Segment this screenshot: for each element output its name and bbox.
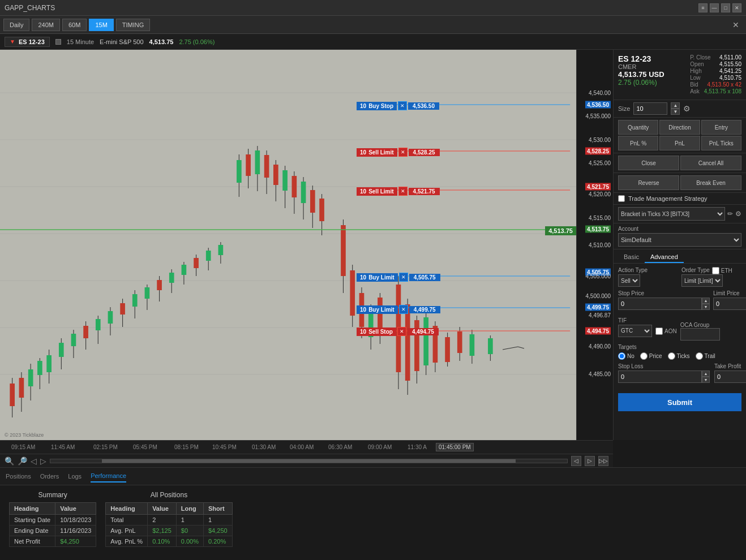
entry-btn[interactable]: Entry: [701, 120, 741, 135]
account-select[interactable]: SimDefault: [618, 233, 741, 247]
zoom-in[interactable]: 🔍: [5, 456, 14, 466]
summary-row-2: Ending Date 11/16/2023: [10, 525, 96, 536]
stop-up[interactable]: ▲: [702, 298, 710, 304]
target-ticks[interactable]: Ticks: [668, 352, 690, 360]
svg-rect-93: [488, 338, 493, 354]
nav-next[interactable]: ▷: [585, 456, 595, 466]
pos-col-value: Value: [148, 503, 177, 515]
buy-stop-cancel[interactable]: ✕: [398, 101, 407, 110]
tab-basic[interactable]: Basic: [618, 252, 645, 263]
toolbar-close[interactable]: ✕: [729, 20, 743, 29]
toolbar-daily[interactable]: Daily: [3, 19, 29, 31]
high-label: High: [690, 68, 702, 74]
target-price[interactable]: Price: [640, 352, 662, 360]
target-no[interactable]: No: [618, 352, 634, 360]
high-val: 4,541.25: [719, 68, 741, 74]
menu-btn[interactable]: ≡: [698, 3, 708, 12]
buy-limit-1-cancel[interactable]: ✕: [399, 273, 408, 282]
toolbar-240m[interactable]: 240M: [32, 19, 60, 31]
order-sell-limit-1[interactable]: 10 Sell Limit ✕ 4,528.25: [357, 148, 576, 157]
oca-group-input[interactable]: [680, 328, 720, 341]
buy-limit-1-price: 4,505.75: [409, 274, 440, 281]
aon-checkbox[interactable]: [655, 328, 663, 335]
buy-limit-2-cancel[interactable]: ✕: [399, 305, 408, 314]
tab-positions[interactable]: Positions: [6, 471, 31, 482]
strategy-edit[interactable]: ✏: [727, 210, 733, 218]
nav-prev[interactable]: ◁: [571, 456, 581, 466]
order-type-select[interactable]: Limit [Limit]: [681, 274, 723, 287]
sell-limit-2-cancel[interactable]: ✕: [398, 187, 408, 196]
size-down[interactable]: ▼: [671, 109, 680, 115]
price-4540: 4,540.00: [589, 89, 611, 96]
break-even-btn[interactable]: Break Even: [680, 175, 741, 190]
pnl-btn[interactable]: PnL: [659, 136, 700, 150]
pan-right-small[interactable]: ▷: [40, 456, 46, 466]
order-sell-limit-2[interactable]: 10 Sell Limit ✕ 4,521.75: [357, 187, 576, 196]
order-buy-limit-2[interactable]: 10 Buy Limit ✕ 4,499.75: [357, 305, 576, 314]
nav-end[interactable]: ▷▷: [598, 456, 608, 466]
stop-down[interactable]: ▼: [702, 304, 710, 310]
strategy-settings[interactable]: ⚙: [735, 210, 741, 218]
sell-limit-1-cancel[interactable]: ✕: [398, 148, 408, 157]
quantity-btn[interactable]: Quantity: [618, 120, 658, 135]
submit-button[interactable]: Submit: [618, 393, 741, 411]
strategy-select[interactable]: Bracket in Ticks X3 [BITX3]: [618, 207, 725, 221]
panel-tabs: Basic Advanced: [614, 249, 746, 264]
symbol-price: 4,513.75: [149, 38, 174, 45]
sl-up[interactable]: ▲: [702, 371, 710, 377]
pos-col-heading: Heading: [106, 503, 148, 515]
zoom-out[interactable]: 🔎: [18, 456, 27, 466]
tab-performance[interactable]: Performance: [91, 470, 126, 483]
summary-row-3: Net Profit $4,250: [10, 536, 96, 547]
symbol-tab[interactable]: ▼ ES 12-23: [5, 37, 50, 47]
order-buy-stop[interactable]: 10 Buy Stop ✕ 4,536.50: [357, 101, 576, 110]
aon-label-text: AON: [664, 328, 677, 334]
inst-price: 4,513.75 USD: [618, 70, 685, 79]
scroll-horizontal[interactable]: [50, 459, 568, 463]
pnl-ticks-btn[interactable]: PnL Ticks: [701, 136, 741, 150]
tif-select[interactable]: GTC: [618, 325, 652, 337]
size-input[interactable]: [633, 102, 667, 115]
trade-mgmt-check[interactable]: [618, 195, 625, 202]
pos-r1-heading: Total: [106, 515, 148, 525]
order-sell-stop[interactable]: 10 Sell Stop ✕ 4,494.75: [357, 327, 576, 336]
close-btn[interactable]: ✕: [732, 3, 741, 12]
order-buy-limit-1[interactable]: 10 Buy Limit ✕ 4,505.75: [357, 273, 576, 282]
time-0130: 01:30 AM: [252, 444, 276, 450]
pos-col-long: Long: [176, 503, 203, 515]
pnl-pct-btn[interactable]: PnL %: [618, 136, 658, 150]
size-up[interactable]: ▲: [671, 102, 680, 109]
gear-button[interactable]: ⚙: [683, 104, 691, 113]
sell-stop-cancel[interactable]: ✕: [397, 327, 406, 336]
close-btn[interactable]: Close: [618, 156, 679, 170]
toolbar-15m[interactable]: 15M: [89, 19, 113, 31]
stop-price-input[interactable]: [618, 298, 702, 310]
chart-area[interactable]: 10 Buy Stop ✕ 4,536.50 10 Sell Limit ✕ 4…: [0, 50, 576, 440]
limit-price-input[interactable]: [713, 298, 746, 310]
svg-rect-39: [182, 265, 187, 275]
reverse-btn[interactable]: Reverse: [618, 175, 679, 190]
stop-take-row: Stop Loss ▲▼ Take Profit ▲▼: [618, 363, 741, 383]
eth-checkbox[interactable]: [712, 267, 719, 274]
tab-orders[interactable]: Orders: [40, 471, 59, 482]
inst-name: ES 12-23: [618, 54, 685, 63]
maximize-btn[interactable]: □: [721, 3, 730, 12]
tab-advanced[interactable]: Advanced: [645, 252, 684, 263]
target-trail[interactable]: Trail: [696, 352, 715, 360]
svg-rect-79: [405, 304, 410, 381]
action-type-select[interactable]: Sell: [618, 274, 640, 287]
tab-logs[interactable]: Logs: [68, 471, 82, 482]
sl-down[interactable]: ▼: [702, 377, 710, 383]
direction-btn[interactable]: Direction: [659, 120, 700, 135]
oca-col: OCA Group: [680, 321, 741, 341]
stop-loss-input[interactable]: [618, 371, 702, 383]
take-profit-input[interactable]: [714, 371, 746, 383]
all-positions-table: Heading Value Long Short Total 2 1 1 Avg…: [105, 502, 232, 547]
toolbar-timing[interactable]: TIMING: [116, 19, 151, 31]
cancel-all-btn[interactable]: Cancel All: [680, 156, 741, 170]
title-bar-controls[interactable]: ≡ — □ ✕: [698, 3, 741, 12]
pan-left[interactable]: ◁: [31, 456, 37, 466]
minimize-btn[interactable]: —: [710, 3, 719, 12]
toolbar-60m[interactable]: 60M: [62, 19, 87, 31]
pos-r3-value: 0.10%: [148, 536, 177, 547]
